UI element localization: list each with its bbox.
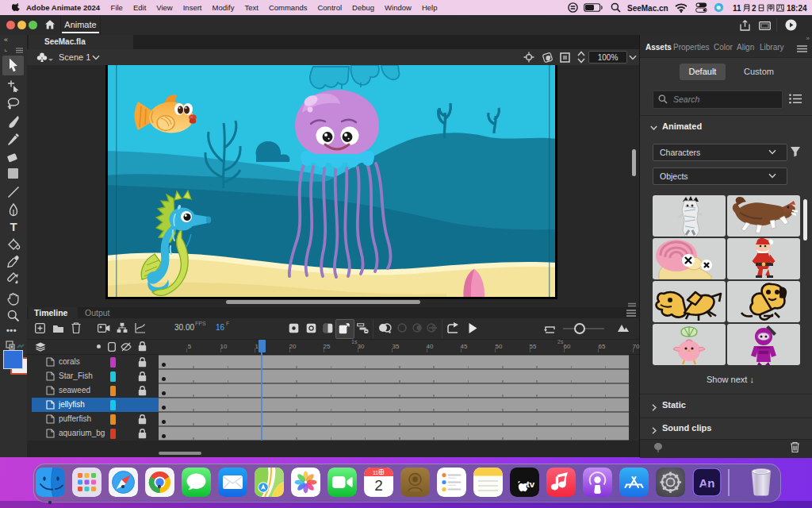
svg-text:tv: tv [527,479,535,489]
svg-text:11: 11 [373,470,378,475]
svg-text:2: 2 [374,477,383,494]
